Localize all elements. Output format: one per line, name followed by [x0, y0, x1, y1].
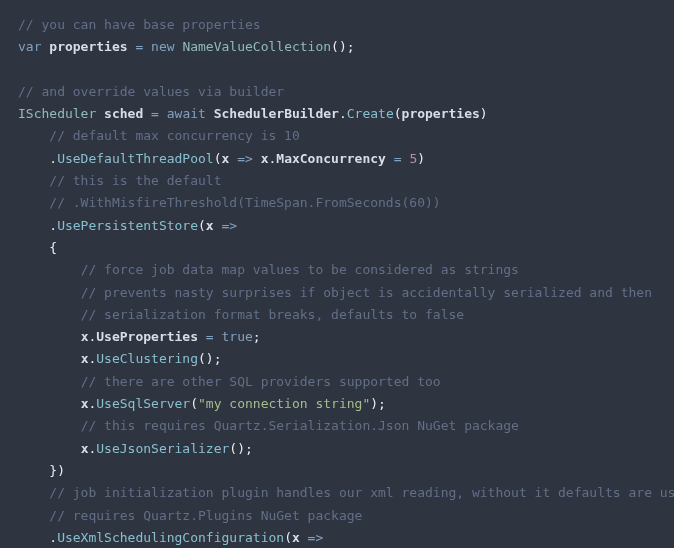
- code-token: {: [49, 240, 57, 255]
- code-line: // requires Quartz.Plugins NuGet package: [18, 505, 656, 527]
- code-token: [96, 106, 104, 121]
- code-line: // you can have base properties: [18, 14, 656, 36]
- code-token: =: [151, 106, 159, 121]
- code-line: x.UseClustering();: [18, 348, 656, 370]
- code-token: // requires Quartz.Plugins NuGet package: [49, 508, 362, 523]
- code-token: // there are other SQL providers support…: [81, 374, 441, 389]
- code-line: // there are other SQL providers support…: [18, 371, 656, 393]
- code-token: true: [222, 329, 253, 344]
- code-token: ;: [253, 329, 261, 344]
- code-line: x.UseJsonSerializer();: [18, 438, 656, 460]
- code-token: .: [49, 151, 57, 166]
- code-token: [214, 218, 222, 233]
- code-token: [18, 307, 81, 322]
- code-token: "my connection string": [198, 396, 370, 411]
- code-token: UseSqlServer: [96, 396, 190, 411]
- code-token: Create: [347, 106, 394, 121]
- code-line: var properties = new NameValueCollection…: [18, 36, 656, 58]
- code-token: [159, 106, 167, 121]
- code-token: [18, 128, 49, 143]
- code-token: // .WithMisfireThreshold(TimeSpan.FromSe…: [49, 195, 440, 210]
- code-token: [18, 329, 81, 344]
- code-token: (: [394, 106, 402, 121]
- code-token: // force job data map values to be consi…: [81, 262, 519, 277]
- code-line: // this requires Quartz.Serialization.Js…: [18, 415, 656, 437]
- code-token: );: [370, 396, 386, 411]
- code-token: [18, 418, 81, 433]
- code-line: x.UseSqlServer("my connection string");: [18, 393, 656, 415]
- code-token: =>: [222, 218, 238, 233]
- code-line: .UseDefaultThreadPool(x => x.MaxConcurre…: [18, 148, 656, 170]
- code-token: // serialization format breaks, defaults…: [81, 307, 465, 322]
- code-token: [18, 173, 49, 188]
- code-token: x: [206, 218, 214, 233]
- code-token: NameValueCollection: [182, 39, 331, 54]
- code-token: (: [198, 218, 206, 233]
- code-token: [18, 485, 49, 500]
- code-token: sched: [104, 106, 143, 121]
- code-token: .: [49, 218, 57, 233]
- code-token: =: [206, 329, 214, 344]
- code-token: (: [214, 151, 222, 166]
- code-token: x: [292, 530, 300, 545]
- code-token: UseXmlSchedulingConfiguration: [57, 530, 284, 545]
- code-block: // you can have base propertiesvar prope…: [0, 0, 674, 548]
- code-line: // and override values via builder: [18, 81, 656, 103]
- code-line: .UseXmlSchedulingConfiguration(x =>: [18, 527, 656, 548]
- code-line: }): [18, 460, 656, 482]
- code-line: // prevents nasty surprises if object is…: [18, 282, 656, 304]
- code-token: [18, 374, 81, 389]
- code-token: [18, 441, 81, 456]
- code-line: IScheduler sched = await SchedulerBuilde…: [18, 103, 656, 125]
- code-token: [18, 218, 49, 233]
- code-line: // this is the default: [18, 170, 656, 192]
- code-token: [18, 351, 81, 366]
- code-line: // job initialization plugin handles our…: [18, 482, 656, 504]
- code-token: // this requires Quartz.Serialization.Js…: [81, 418, 519, 433]
- code-token: await: [167, 106, 206, 121]
- code-token: // you can have base properties: [18, 17, 261, 32]
- code-line: x.UseProperties = true;: [18, 326, 656, 348]
- code-token: [18, 151, 49, 166]
- code-token: ();: [331, 39, 354, 54]
- code-token: [253, 151, 261, 166]
- code-token: [18, 195, 49, 210]
- code-line: {: [18, 237, 656, 259]
- code-token: // default max concurrency is 10: [49, 128, 299, 143]
- code-token: [18, 508, 49, 523]
- code-token: [18, 463, 49, 478]
- code-token: UseProperties: [96, 329, 198, 344]
- code-token: SchedulerBuilder: [214, 106, 339, 121]
- code-token: .: [49, 530, 57, 545]
- code-token: =>: [237, 151, 253, 166]
- code-line: [18, 59, 656, 81]
- code-token: UseJsonSerializer: [96, 441, 229, 456]
- code-token: ): [480, 106, 488, 121]
- code-token: [18, 285, 81, 300]
- code-token: properties: [49, 39, 127, 54]
- code-token: =>: [308, 530, 324, 545]
- code-line: // .WithMisfireThreshold(TimeSpan.FromSe…: [18, 192, 656, 214]
- code-token: }): [49, 463, 65, 478]
- code-line: // default max concurrency is 10: [18, 125, 656, 147]
- code-token: [386, 151, 394, 166]
- code-token: var: [18, 39, 41, 54]
- code-token: ): [417, 151, 425, 166]
- code-token: (: [190, 396, 198, 411]
- code-token: IScheduler: [18, 106, 96, 121]
- code-token: // prevents nasty surprises if object is…: [81, 285, 652, 300]
- code-token: [18, 530, 49, 545]
- code-token: [206, 106, 214, 121]
- code-token: [300, 530, 308, 545]
- code-line: // serialization format breaks, defaults…: [18, 304, 656, 326]
- code-token: UsePersistentStore: [57, 218, 198, 233]
- code-token: ();: [198, 351, 221, 366]
- code-token: // job initialization plugin handles our…: [49, 485, 674, 500]
- code-token: ();: [229, 441, 252, 456]
- code-token: [143, 106, 151, 121]
- code-token: [229, 151, 237, 166]
- code-token: [18, 262, 81, 277]
- code-token: MaxConcurrency: [276, 151, 386, 166]
- code-token: // and override values via builder: [18, 84, 284, 99]
- code-token: =: [394, 151, 402, 166]
